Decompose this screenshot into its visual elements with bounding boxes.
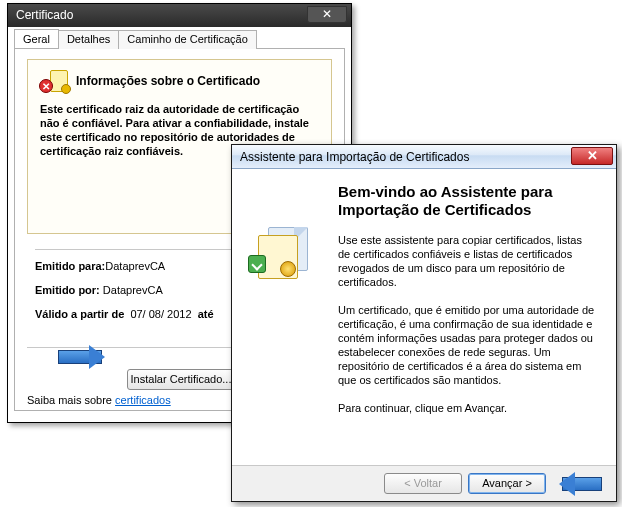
install-certificate-button[interactable]: Instalar Certificado...: [127, 369, 235, 390]
wizard-window-title: Assistente para Importação de Certificad…: [240, 150, 469, 164]
valid-from-label: Válido a partir de: [35, 308, 124, 320]
wizard-paragraph-2: Um certificado, que é emitido por uma au…: [338, 303, 596, 387]
next-button[interactable]: Avançar >: [468, 473, 546, 494]
annotation-arrow-next: [562, 477, 602, 491]
tab-general[interactable]: Geral: [14, 29, 59, 48]
back-button: < Voltar: [384, 473, 462, 494]
close-icon[interactable]: ✕: [307, 6, 347, 23]
wizard-body: Bem-vindo ao Assistente para Importação …: [232, 169, 616, 465]
wizard-titlebar[interactable]: Assistente para Importação de Certificad…: [232, 145, 616, 169]
valid-until-word: até: [198, 308, 214, 320]
tab-details[interactable]: Detalhes: [58, 30, 119, 49]
tab-cert-path[interactable]: Caminho de Certificação: [118, 30, 256, 49]
import-wizard-dialog: Assistente para Importação de Certificad…: [231, 144, 617, 502]
wizard-text: Bem-vindo ao Assistente para Importação …: [338, 183, 596, 455]
wizard-paragraph-3: Para continuar, clique em Avançar.: [338, 401, 596, 415]
annotation-arrow-install: [58, 350, 102, 364]
issued-to-label: Emitido para:: [35, 260, 105, 272]
certificate-window-title: Certificado: [16, 8, 73, 22]
wizard-graphic: [250, 183, 322, 455]
certificate-warning-icon: ✕: [40, 70, 68, 92]
certificate-import-icon: [250, 227, 312, 283]
wizard-paragraph-1: Use este assistente para copiar certific…: [338, 233, 596, 289]
wizard-heading: Bem-vindo ao Assistente para Importação …: [338, 183, 596, 219]
certificate-titlebar[interactable]: Certificado ✕: [8, 4, 351, 27]
issued-by-label: Emitido por:: [35, 284, 100, 296]
learn-more-line: Saiba mais sobre certificados: [27, 394, 171, 406]
cert-info-heading: Informações sobre o Certificado: [76, 74, 260, 88]
certificate-tabs: Geral Detalhes Caminho de Certificação: [14, 29, 345, 49]
certificates-link[interactable]: certificados: [115, 394, 171, 406]
issued-to-value: DataprevCA: [105, 260, 165, 272]
issued-by-value: DataprevCA: [103, 284, 163, 296]
valid-from-value: 07/ 08/ 2012: [130, 308, 191, 320]
learn-more-text: Saiba mais sobre: [27, 394, 112, 406]
close-icon[interactable]: ✕: [571, 147, 613, 165]
